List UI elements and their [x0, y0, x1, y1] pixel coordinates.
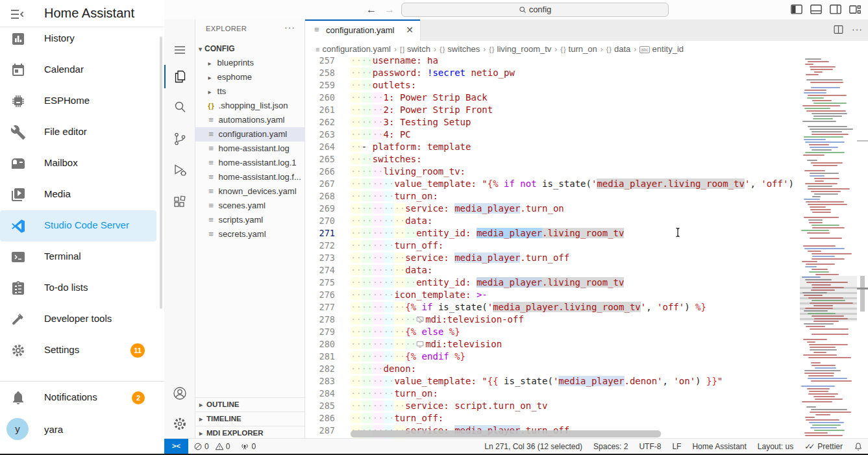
breadcrumb-item-living-room-tv[interactable]: { }living_room_tv — [489, 44, 551, 54]
tab-close-icon[interactable]: ✕ — [406, 25, 414, 35]
accounts-icon[interactable] — [172, 386, 188, 401]
line-number: 278 — [305, 314, 335, 326]
forward-arrow-icon[interactable]: → — [382, 3, 397, 17]
code-line-263: ······4: PC — [351, 129, 795, 141]
file-tree-item-known-devices-yaml[interactable]: ≡ known_devices.yaml — [195, 184, 305, 199]
file-tree-item-esphome[interactable]: ▸ esphome — [195, 70, 305, 84]
sidebar-item-studio-code-server[interactable]: Studio Code Server — [0, 210, 156, 241]
explorer-root-folder[interactable]: ▾CONFIG — [195, 42, 305, 56]
file-tree-item--shopping-list-json[interactable]: { } .shopping_list.json — [195, 99, 305, 113]
ha-user-name[interactable]: yara — [44, 424, 63, 435]
search-query: config — [529, 5, 552, 14]
yaml-file-icon: ≡ — [206, 184, 216, 199]
status-item-spaces[interactable]: Spaces: 2 — [593, 442, 628, 451]
breadcrumb-item-switch[interactable]: [ ]switch — [400, 44, 430, 54]
code-line-276: ········icon_template: >- — [351, 289, 795, 301]
sidebar-item-label: Notifications — [44, 391, 97, 402]
file-tree-item-home-assistant-log-1[interactable]: ≡ home-assistant.log.1 — [195, 156, 305, 170]
command-center-search[interactable]: config — [401, 3, 669, 17]
split-editor-icon[interactable] — [833, 24, 844, 38]
more-actions-icon[interactable]: ··· — [852, 24, 863, 38]
sidebar-item-settings[interactable]: Settings11 — [0, 335, 156, 366]
status-item-utf-8[interactable]: UTF-8 — [639, 442, 661, 451]
file-tree-item-scripts-yaml[interactable]: ≡ scripts.yaml — [195, 213, 305, 227]
status-item-home[interactable]: Home Assistant — [692, 442, 746, 451]
line-number: 258 — [305, 67, 335, 79]
line-number: 286 — [305, 412, 335, 424]
editor-horizontal-scrollbar[interactable] — [351, 430, 661, 437]
sidebar-item-label: Developer tools — [44, 313, 112, 324]
file-tree: ▸ blueprints▸ esphome▸ tts{ } .shopping_… — [195, 56, 305, 241]
file-tree-item-configuration-yaml[interactable]: ≡ configuration.yaml — [195, 127, 305, 141]
code-line-262: ······3: Testing Setup — [351, 116, 795, 129]
explorer-icon[interactable] — [172, 69, 188, 84]
back-arrow-icon[interactable]: ← — [364, 3, 378, 17]
breadcrumb-item-configuration-yaml[interactable]: ≡configuration.yaml — [316, 44, 391, 54]
settings-gear-icon[interactable] — [172, 416, 188, 432]
line-number-gutter: 2572582592602612622632642652662672682692… — [305, 57, 335, 438]
array-symbol-icon: [ ] — [400, 45, 404, 53]
explorer-more-actions[interactable]: ··· — [284, 22, 295, 32]
extensions-icon[interactable] — [172, 194, 188, 210]
code-line-281: ··········{% endif %} — [351, 350, 795, 363]
customize-layout-icon[interactable] — [849, 3, 862, 16]
sidebar-item-todo-lists[interactable]: To-do lists — [0, 273, 156, 304]
line-number: 261 — [305, 104, 335, 116]
chevron-right-icon: ▸ — [205, 85, 215, 99]
status-item-layout[interactable]: Layout: us — [758, 442, 793, 451]
status-bar: >< 0 0 0 Ln 271, Col 36 (12 selected)Spa… — [164, 438, 868, 454]
yaml-file-icon: ≡ — [206, 170, 216, 184]
bell-icon — [10, 390, 26, 406]
file-tree-item-tts[interactable]: ▸ tts — [195, 84, 305, 99]
remote-indicator[interactable]: >< — [164, 439, 188, 454]
file-tree-item-home-assistant-log[interactable]: ≡ home-assistant.log — [195, 141, 305, 156]
code-editor[interactable]: 2572582592602612622632642652662672682692… — [305, 57, 868, 438]
file-name: home-assistant.log — [216, 143, 290, 153]
run-debug-icon[interactable] — [172, 162, 188, 178]
editor-actions: ··· — [833, 24, 863, 38]
sidebar-item-calendar[interactable]: Calendar — [0, 55, 156, 86]
minimap-viewport[interactable] — [800, 276, 857, 321]
status-item-lf[interactable]: LF — [672, 442, 681, 451]
sidebar-item-terminal[interactable]: Terminal — [0, 241, 156, 273]
toggle-secondary-sidebar-icon[interactable] — [829, 3, 842, 16]
search-icon[interactable] — [172, 99, 188, 115]
tab-configuration-yaml[interactable]: ≡ configuration.yaml ✕ — [305, 19, 421, 41]
notifications-bell-icon[interactable] — [854, 442, 863, 451]
explorer-section-timeline[interactable]: ▸TIMELINE — [195, 412, 305, 426]
menu-toggle-icon[interactable] — [9, 6, 25, 22]
breadcrumb-item-switches[interactable]: { }switches — [440, 44, 480, 54]
sidebar-item-media[interactable]: Media — [0, 179, 156, 210]
status-item-ln[interactable]: Ln 271, Col 36 (12 selected) — [484, 442, 582, 451]
file-tree-item-scenes-yaml[interactable]: ≡ scenes.yaml — [195, 199, 305, 213]
sidebar-item-mailbox[interactable]: Mailbox — [0, 148, 156, 179]
sidebar-item-notifications[interactable]: Notifications2 — [0, 382, 156, 413]
sidebar-item-developer-tools[interactable]: Developer tools — [0, 304, 156, 335]
status-item-prettier[interactable]: ✓✓Prettier — [804, 442, 843, 451]
ports-indicator[interactable]: 0 — [240, 442, 256, 451]
sidebar-item-history[interactable]: History — [0, 23, 156, 55]
toggle-panel-icon[interactable] — [810, 3, 823, 16]
line-number: 267 — [305, 178, 335, 190]
file-tree-item-secrets-yaml[interactable]: ≡ secrets.yaml — [195, 227, 305, 241]
source-control-icon[interactable] — [172, 131, 188, 147]
problems-indicator[interactable]: 0 0 — [193, 442, 230, 451]
explorer-section-outline[interactable]: ▸OUTLINE — [195, 397, 305, 412]
editor-vertical-scrollbar[interactable] — [860, 276, 865, 312]
code-line-271: ············entity_id: media_player.livi… — [351, 227, 795, 240]
breadcrumb-item-turn-on[interactable]: { }turn_on — [560, 44, 597, 54]
file-tree-item-automations-yaml[interactable]: ≡ automations.yaml — [195, 113, 305, 127]
sidebar-item-file-editor[interactable]: File editor — [0, 117, 156, 148]
menu-icon[interactable] — [172, 42, 188, 58]
sidebar-item-label: Media — [44, 188, 71, 199]
breadcrumb-item-entity-id[interactable]: abcentity_id — [639, 44, 684, 54]
avatar[interactable]: y — [6, 418, 29, 440]
ha-sidebar-scrollbar[interactable] — [160, 36, 162, 309]
sidebar-item-esphome[interactable]: ESPHome — [0, 86, 156, 117]
minimap[interactable] — [800, 57, 857, 438]
file-tree-item-home-assistant-log-f-[interactable]: ≡ home-assistant.log.f... — [195, 170, 305, 184]
breadcrumb-item-data[interactable]: { }data — [606, 44, 631, 54]
toggle-primary-sidebar-icon[interactable] — [790, 3, 803, 16]
file-name: known_devices.yaml — [216, 186, 297, 196]
file-tree-item-blueprints[interactable]: ▸ blueprints — [195, 56, 305, 70]
